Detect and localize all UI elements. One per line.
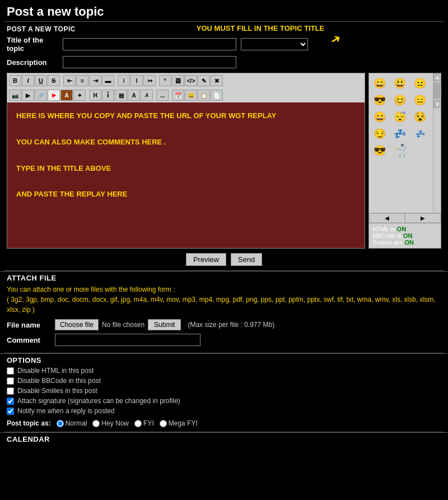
toolbar-row-1: B I U S ⇤ ≡ ⇥ ▬ ⁝ ⁞ ↣ “ 🖼 </> ✎ ✖ — [7, 73, 365, 88]
radio-mega-fyi-label: Mega FYI — [169, 419, 198, 427]
smiley-4[interactable]: 😎 — [371, 92, 388, 108]
submit-button[interactable]: Submit — [148, 319, 181, 330]
smiley-10[interactable]: 😏 — [371, 126, 388, 142]
edit-btn[interactable]: ✎ — [198, 75, 210, 86]
link-btn[interactable]: 🔗 — [35, 90, 47, 101]
underline-btn[interactable]: U — [35, 75, 47, 86]
calendar-title: CALENDAR — [7, 435, 441, 443]
align-justify-btn[interactable]: ▬ — [102, 75, 114, 86]
disable-bbcode-checkbox[interactable] — [7, 377, 14, 385]
smiley-14[interactable]: 🤺 — [391, 143, 408, 158]
radio-hey-now-option: Hey Now — [92, 419, 129, 427]
editor-container: B I U S ⇤ ≡ ⇥ ▬ ⁝ ⁞ ↣ “ 🖼 </> ✎ ✖ 📷 ▶ 🔗 … — [7, 73, 365, 249]
smilies-label: Smilies are — [372, 239, 403, 246]
desc-input[interactable] — [63, 56, 236, 68]
smiley-7[interactable]: 😄 — [371, 109, 388, 125]
editor-line-4: AND PASTE THE REPLAY HERE — [16, 188, 356, 200]
radio-fyi-option: FYI — [134, 419, 154, 427]
scroll-up-btn[interactable]: ▲ — [433, 73, 441, 81]
paste-btn[interactable]: 📄 — [211, 90, 223, 101]
calendar-section: CALENDAR — [0, 432, 448, 448]
code-btn[interactable]: </> — [185, 75, 197, 86]
smilies-bottom-nav: ◀ ▶ — [369, 213, 441, 223]
radio-fyi[interactable] — [134, 420, 142, 427]
editor-content[interactable]: HERE IS WHERE YOU COPY AND PASTE THE URL… — [7, 102, 365, 248]
smiley-12[interactable]: 💤 — [412, 126, 428, 142]
html-status: ON — [397, 226, 407, 232]
radio-hey-now[interactable] — [92, 420, 100, 427]
smiley-9[interactable]: 😵 — [412, 109, 428, 125]
warning-banner: YOU MUST FILL IN THE TOPIC TITLE ➜ — [80, 24, 441, 32]
h1-btn[interactable]: H — [89, 90, 101, 101]
notify-reply-label: Notify me when a reply is posted — [17, 407, 114, 415]
align-right-btn[interactable]: ⇥ — [89, 75, 101, 86]
html-info: HTML is ON BBCode is ON Smilies are ON — [369, 223, 441, 248]
title-select[interactable] — [241, 38, 308, 50]
disable-html-checkbox[interactable] — [7, 367, 14, 375]
send-button[interactable]: Send — [231, 253, 262, 266]
more-btn[interactable]: ... — [156, 90, 169, 101]
italic-btn[interactable]: I — [22, 75, 34, 86]
copy-btn[interactable]: 📋 — [198, 90, 210, 101]
options-section: OPTIONS Disable HTML in this post Disabl… — [0, 353, 448, 432]
img-btn[interactable]: 🖼 — [172, 75, 184, 86]
strike-btn[interactable]: S — [48, 75, 60, 86]
attach-signature-checkbox[interactable] — [7, 398, 14, 405]
smiley-13[interactable]: 😎 — [371, 143, 388, 158]
align-center-btn[interactable]: ≡ — [76, 75, 88, 86]
smiley-1[interactable]: 😀 — [371, 76, 388, 91]
smiley-5[interactable]: 😊 — [391, 92, 408, 108]
emoji-btn[interactable]: 😀 — [185, 90, 197, 101]
title-label: Title of the topic — [7, 36, 63, 53]
radio-normal[interactable] — [57, 420, 64, 427]
editor-line-3: TYPE IN THE TITLE ABOVE — [16, 162, 356, 175]
quote-btn[interactable]: “ — [159, 75, 171, 86]
smilies-prev-btn[interactable]: ◀ — [369, 213, 405, 223]
page-header: Post a new topic — [0, 0, 448, 21]
smiley-6[interactable]: 😑 — [412, 92, 428, 108]
disable-bbcode-label: Disable BBCode in this post — [17, 377, 101, 385]
preview-button[interactable]: Preview — [186, 253, 226, 266]
html-label: HTML is — [372, 226, 395, 232]
smiley-15[interactable] — [412, 143, 428, 158]
h3-btn[interactable]: ▤ — [115, 90, 127, 101]
list-indent-btn[interactable]: ↣ — [143, 75, 156, 86]
smiley-11[interactable]: 💤 — [391, 126, 408, 142]
radio-mega-fyi[interactable] — [160, 420, 167, 427]
list-ordered-btn[interactable]: ⁞ — [130, 75, 143, 86]
notify-reply-checkbox[interactable] — [7, 408, 14, 415]
list-unordered-btn[interactable]: ⁝ — [118, 75, 130, 86]
calendar-btn[interactable]: 📅 — [172, 90, 184, 101]
disable-smilies-checkbox[interactable] — [7, 387, 14, 395]
font2-btn[interactable]: 𝐴 — [141, 90, 153, 101]
disable-html-row: Disable HTML in this post — [7, 367, 441, 375]
font-btn[interactable]: A — [128, 90, 140, 101]
h2-btn[interactable]: I̅ — [102, 90, 114, 101]
insert-img-btn[interactable]: 📷 — [9, 90, 21, 101]
warning-text: YOU MUST FILL IN THE TOPIC TITLE — [197, 24, 324, 32]
title-input[interactable] — [63, 38, 236, 50]
align-left-btn[interactable]: ⇤ — [63, 75, 76, 86]
attach-file-types: ( 3g2, 3gp, bmp, doc, docm, docx, gif, j… — [7, 296, 436, 314]
clear-btn[interactable]: ✖ — [211, 75, 223, 86]
smiley-8[interactable]: 😴 — [391, 109, 408, 125]
scroll-down-btn[interactable]: ▼ — [433, 100, 441, 108]
post-topic-row: Post topic as: Normal Hey Now FYI Mega F… — [7, 419, 441, 427]
editor-line-1: HERE IS WHERE YOU COPY AND PASTE THE URL… — [16, 109, 356, 122]
post-section: POST A NEW TOPIC YOU MUST FILL IN THE TO… — [0, 22, 448, 68]
comment-input[interactable] — [55, 334, 200, 346]
radio-fyi-label: FYI — [143, 419, 154, 427]
attach-title: ATTACH FILE — [7, 274, 441, 282]
color-btn[interactable]: A — [60, 90, 73, 101]
smilies-next-btn[interactable]: ▶ — [405, 213, 441, 223]
bold-btn[interactable]: B — [9, 75, 21, 86]
youtube-btn[interactable]: ▶ — [48, 90, 60, 101]
special-btn[interactable]: ✦ — [73, 90, 86, 101]
desc-label: Description — [7, 58, 63, 67]
smiley-2[interactable]: 😃 — [391, 76, 408, 91]
choose-file-button[interactable]: Choose file — [55, 319, 99, 330]
smiley-3[interactable]: 😐 — [412, 76, 428, 91]
options-title: OPTIONS — [7, 356, 441, 365]
smilies-scroll-area: 😀 😃 😐 😎 😊 😑 😄 😴 😵 😏 💤 💤 😎 🤺 — [369, 73, 433, 213]
media-btn[interactable]: ▶ — [22, 90, 34, 101]
